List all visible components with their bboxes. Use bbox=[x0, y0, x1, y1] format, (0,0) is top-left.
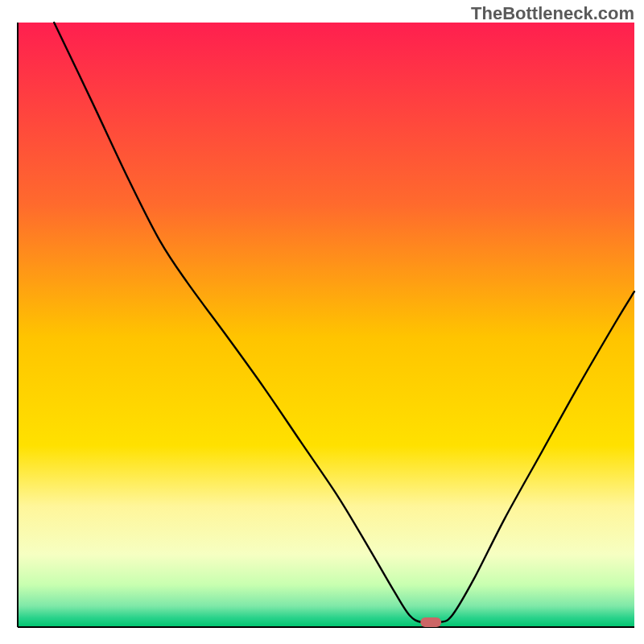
optimal-marker bbox=[420, 617, 441, 627]
chart-svg bbox=[0, 0, 644, 644]
watermark-label: TheBottleneck.com bbox=[471, 3, 634, 24]
gradient-background bbox=[18, 23, 634, 627]
bottleneck-chart: TheBottleneck.com bbox=[0, 0, 644, 644]
